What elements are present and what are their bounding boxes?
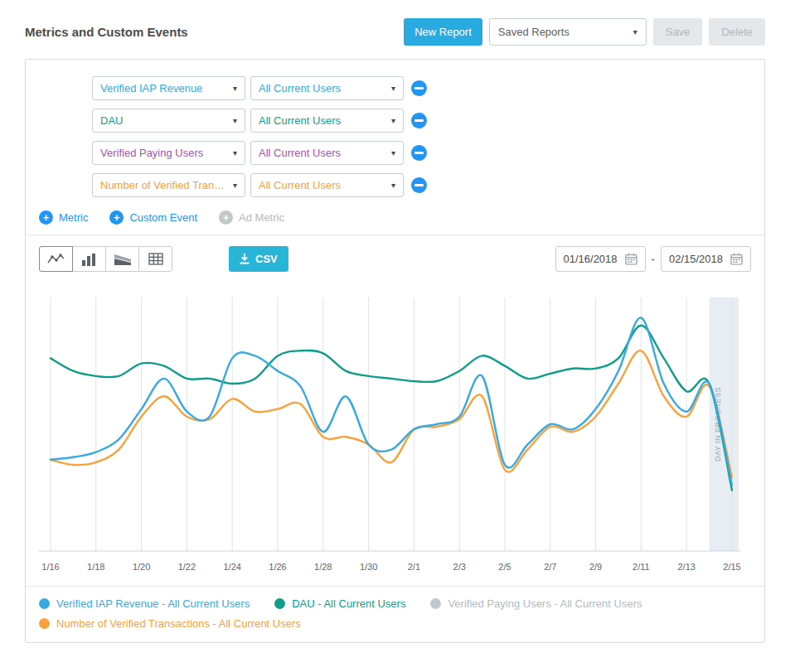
segment-select-2[interactable]: All Current Users ▾ bbox=[250, 141, 404, 165]
svg-text:1/26: 1/26 bbox=[269, 562, 286, 572]
add-metric-button[interactable]: + Metric bbox=[39, 210, 88, 225]
svg-text:2/7: 2/7 bbox=[544, 562, 556, 572]
svg-text:2/13: 2/13 bbox=[677, 562, 695, 572]
legend-label: Number of Verified Transactions - All Cu… bbox=[56, 617, 301, 630]
date-to-value: 02/15/2018 bbox=[669, 253, 723, 265]
stacked-area-chart-type-button[interactable] bbox=[105, 246, 139, 272]
metrics-line-chart[interactable]: 1/161/181/201/221/241/261/281/302/12/32/… bbox=[37, 289, 752, 578]
saved-reports-label: Saved Reports bbox=[498, 26, 569, 38]
date-range: 01/16/2018 - 02/15/2018 bbox=[555, 246, 752, 272]
chevron-down-icon: ▾ bbox=[391, 148, 395, 157]
date-from-input[interactable]: 01/16/2018 bbox=[555, 246, 646, 272]
metric-row: Verified Paying Users ▾ All Current User… bbox=[92, 141, 751, 165]
chevron-down-icon: ▾ bbox=[391, 116, 395, 125]
svg-text:1/20: 1/20 bbox=[133, 562, 150, 572]
segment-select-label: All Current Users bbox=[259, 147, 341, 159]
plus-icon: + bbox=[109, 210, 124, 225]
legend-dot bbox=[39, 618, 50, 629]
chevron-down-icon: ▾ bbox=[633, 27, 637, 36]
top-bar: Metrics and Custom Events New Report Sav… bbox=[0, 0, 790, 59]
add-custom-event-button[interactable]: + Custom Event bbox=[109, 210, 197, 225]
svg-text:2/11: 2/11 bbox=[632, 562, 650, 572]
chart-type-group bbox=[39, 246, 172, 272]
table-icon bbox=[148, 253, 163, 265]
svg-text:2/3: 2/3 bbox=[453, 562, 466, 572]
chevron-down-icon: ▾ bbox=[391, 84, 395, 93]
metric-select-0[interactable]: Verified IAP Revenue ▾ bbox=[92, 76, 245, 100]
report-panel: Verified IAP Revenue ▾ All Current Users… bbox=[25, 59, 765, 643]
date-to-input[interactable]: 02/15/2018 bbox=[661, 246, 751, 272]
page-title: Metrics and Custom Events bbox=[25, 25, 188, 39]
plus-icon: + bbox=[219, 210, 233, 225]
metric-rows: Verified IAP Revenue ▾ All Current Users… bbox=[92, 76, 751, 197]
line-chart-icon bbox=[46, 253, 65, 266]
svg-text:2/9: 2/9 bbox=[589, 562, 602, 572]
csv-label: CSV bbox=[255, 253, 278, 265]
svg-text:1/30: 1/30 bbox=[360, 562, 377, 572]
legend-dot bbox=[39, 598, 50, 609]
table-view-button[interactable] bbox=[138, 246, 172, 272]
add-custom-event-label: Custom Event bbox=[129, 211, 197, 224]
saved-reports-dropdown[interactable]: Saved Reports ▾ bbox=[489, 18, 647, 46]
svg-text:2/5: 2/5 bbox=[498, 562, 511, 572]
line-chart-type-button[interactable] bbox=[39, 246, 73, 272]
metric-select-2[interactable]: Verified Paying Users ▾ bbox=[92, 141, 245, 165]
chevron-down-icon: ▾ bbox=[233, 84, 237, 93]
date-separator: - bbox=[652, 253, 655, 265]
metric-select-3[interactable]: Number of Verified Trans... ▾ bbox=[92, 173, 245, 197]
metric-select-label: DAU bbox=[100, 114, 123, 127]
metric-row: Number of Verified Trans... ▾ All Curren… bbox=[92, 173, 751, 197]
legend-dot bbox=[430, 598, 441, 609]
new-report-button[interactable]: New Report bbox=[404, 18, 482, 46]
metric-select-label: Verified Paying Users bbox=[100, 147, 203, 159]
remove-metric-button[interactable] bbox=[411, 80, 427, 96]
chevron-down-icon: ▾ bbox=[391, 181, 395, 190]
segment-select-3[interactable]: All Current Users ▾ bbox=[250, 173, 404, 197]
stacked-area-chart-icon bbox=[114, 253, 132, 266]
segment-select-label: All Current Users bbox=[259, 82, 341, 94]
segment-select-label: All Current Users bbox=[259, 179, 341, 191]
legend-item-number-of-verified-transactions[interactable]: Number of Verified Transactions - All Cu… bbox=[39, 617, 301, 630]
svg-text:1/28: 1/28 bbox=[314, 562, 332, 572]
bar-chart-type-button[interactable] bbox=[72, 246, 106, 272]
svg-text:1/16: 1/16 bbox=[41, 562, 59, 572]
svg-text:2/1: 2/1 bbox=[408, 562, 420, 572]
date-from-value: 01/16/2018 bbox=[564, 253, 618, 265]
svg-text:1/18: 1/18 bbox=[87, 562, 104, 572]
legend-item-verified-paying-users[interactable]: Verified Paying Users - All Current User… bbox=[430, 597, 642, 610]
calendar-icon bbox=[625, 253, 637, 265]
remove-metric-button[interactable] bbox=[411, 145, 427, 161]
add-ad-metric-button: + Ad Metric bbox=[219, 210, 284, 225]
svg-text:2/15: 2/15 bbox=[723, 562, 740, 572]
legend-label: Verified Paying Users - All Current User… bbox=[448, 597, 642, 610]
segment-select-1[interactable]: All Current Users ▾ bbox=[250, 109, 404, 133]
minus-icon bbox=[414, 184, 424, 186]
plus-icon: + bbox=[39, 210, 53, 225]
segment-select-0[interactable]: All Current Users ▾ bbox=[250, 76, 404, 100]
top-controls: New Report Saved Reports ▾ Save Delete bbox=[404, 18, 765, 46]
metric-select-label: Verified IAP Revenue bbox=[100, 82, 202, 94]
legend-label: Verified IAP Revenue - All Current Users bbox=[56, 597, 250, 610]
download-icon bbox=[240, 254, 250, 264]
chevron-down-icon: ▾ bbox=[233, 116, 237, 125]
legend-item-verified-iap-revenue[interactable]: Verified IAP Revenue - All Current Users bbox=[39, 597, 250, 610]
metric-section: Verified IAP Revenue ▾ All Current Users… bbox=[26, 60, 764, 234]
svg-text:1/24: 1/24 bbox=[223, 562, 240, 572]
segment-select-label: All Current Users bbox=[259, 114, 341, 127]
legend-item-dau[interactable]: DAU - All Current Users bbox=[274, 597, 405, 610]
download-csv-button[interactable]: CSV bbox=[229, 246, 288, 272]
svg-text:1/22: 1/22 bbox=[178, 562, 196, 572]
add-metric-label: Metric bbox=[59, 211, 88, 224]
metric-row: Verified IAP Revenue ▾ All Current Users… bbox=[92, 76, 751, 100]
metric-row: DAU ▾ All Current Users ▾ bbox=[92, 109, 751, 133]
add-links-row: + Metric + Custom Event + Ad Metric bbox=[39, 210, 751, 225]
metric-select-1[interactable]: DAU ▾ bbox=[92, 109, 245, 133]
remove-metric-button[interactable] bbox=[411, 113, 427, 128]
bar-chart-icon bbox=[81, 253, 97, 266]
metric-select-label: Number of Verified Trans... bbox=[100, 179, 228, 191]
legend-dot bbox=[274, 598, 285, 609]
legend-label: DAU - All Current Users bbox=[292, 597, 405, 610]
minus-icon bbox=[414, 152, 424, 154]
remove-metric-button[interactable] bbox=[411, 177, 427, 193]
calendar-icon bbox=[730, 253, 743, 265]
